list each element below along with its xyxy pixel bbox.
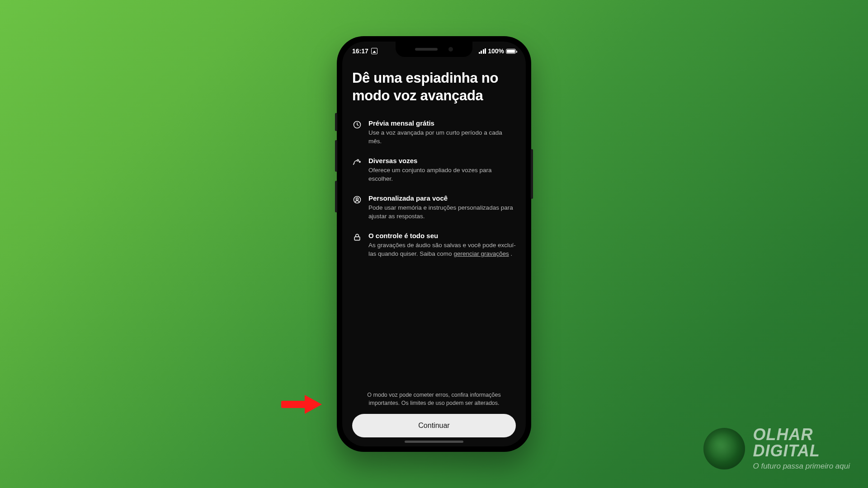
olhar-digital-logo-icon [703, 428, 745, 469]
brand-tagline: O futuro passa primeiro aqui [753, 462, 850, 471]
phone-volume-down [335, 181, 337, 212]
page-title: Dê uma espiadinha no modo voz avançada [352, 70, 516, 105]
feature-personalized: Personalizada para você Pode usar memóri… [352, 194, 516, 221]
status-left: 16:17 [352, 47, 377, 55]
clock-icon [352, 120, 362, 130]
phone-notch [396, 42, 472, 57]
feature-desc: As gravações de áudio são salvas e você … [368, 241, 516, 258]
svg-point-2 [359, 161, 361, 163]
feature-control: O controle é todo seu As gravações de áu… [352, 232, 516, 258]
feature-title: Diversas vozes [368, 157, 516, 164]
feature-desc: Oferece um conjunto ampliado de vozes pa… [368, 166, 516, 183]
olhar-digital-text: OLHAR DIGITAL O futuro passa primeiro aq… [753, 427, 850, 471]
home-indicator[interactable] [405, 441, 463, 443]
phone-mockup: 16:17 100% Dê uma espiadinha no modo voz… [337, 36, 531, 452]
bottom-area: O modo voz pode cometer erros, confira i… [352, 391, 516, 438]
manage-recordings-link[interactable]: gerenciar gravações [453, 250, 509, 257]
feature-desc: Pode usar memória e instruções personali… [368, 203, 516, 221]
battery-percent: 100% [488, 47, 504, 55]
feature-monthly-preview: Prévia mensal grátis Use a voz avançada … [352, 119, 516, 146]
lock-icon [352, 232, 362, 242]
phone-front-camera [448, 47, 453, 52]
feature-desc: Use a voz avançada por um curto período … [368, 128, 516, 146]
annotation-arrow-icon [281, 393, 322, 416]
feature-title: Prévia mensal grátis [368, 119, 516, 127]
svg-marker-7 [305, 395, 322, 414]
phone-power-button [531, 149, 533, 199]
feature-title: O controle é todo seu [368, 232, 516, 239]
brand-line-2: DIGITAL [753, 443, 850, 459]
screenshot-icon [371, 48, 377, 54]
voices-icon [352, 157, 362, 167]
olhar-digital-watermark: OLHAR DIGITAL O futuro passa primeiro aq… [703, 427, 850, 471]
svg-point-4 [356, 198, 359, 200]
battery-icon [506, 49, 516, 54]
phone-screen: 16:17 100% Dê uma espiadinha no modo voz… [342, 42, 526, 446]
phone-volume-up [335, 140, 337, 172]
continue-button[interactable]: Continuar [352, 414, 516, 437]
brand-line-1: OLHAR [753, 427, 850, 443]
cell-signal-icon [479, 48, 486, 54]
onboarding-screen: Dê uma espiadinha no modo voz avançada P… [342, 42, 526, 446]
status-right: 100% [479, 47, 516, 55]
phone-mute-switch [335, 113, 337, 131]
phone-speaker [415, 48, 438, 51]
status-time: 16:17 [352, 47, 368, 55]
feature-desc-text: . [509, 250, 513, 257]
svg-point-1 [357, 160, 359, 161]
person-icon [352, 195, 362, 205]
feature-list: Prévia mensal grátis Use a voz avançada … [352, 119, 516, 259]
disclaimer-text: O modo voz pode cometer erros, confira i… [352, 391, 516, 414]
feature-voices: Diversas vozes Oferece um conjunto ampli… [352, 157, 516, 183]
feature-title: Personalizada para você [368, 194, 516, 202]
svg-rect-5 [354, 237, 360, 240]
